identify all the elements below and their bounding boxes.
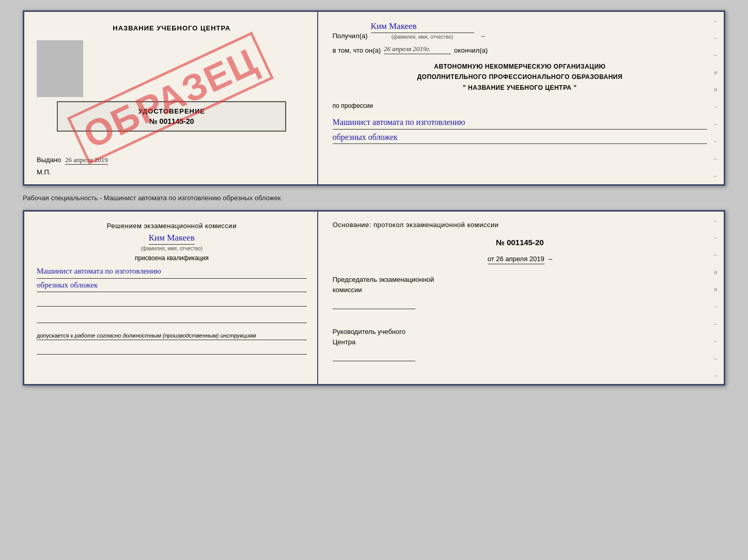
org-line2: ДОПОЛНИТЕЛЬНОГО ПРОФЕССИОНАЛЬНОГО ОБРАЗО…	[333, 72, 707, 82]
poluchil-name: Ким Макеев	[371, 21, 474, 33]
watermark-obrazec: ОБРАЗЕЦ	[67, 31, 274, 165]
top-certificate-spread: НАЗВАНИЕ УЧЕБНОГО ЦЕНТРА УДОСТОВЕРЕНИЕ №…	[23, 10, 725, 186]
org-block: АВТОНОМНУЮ НЕКОММЕРЧЕСКУЮ ОРГАНИЗАЦИЮ ДО…	[333, 61, 707, 93]
dash-separator: –	[481, 32, 485, 40]
komissia-fio-sub: (фамилия, имя, отчество)	[141, 246, 202, 251]
prisvoena-text: присвоена квалификация	[37, 254, 307, 262]
blank-line-3	[37, 345, 307, 355]
cert-school-title: НАЗВАНИЕ УЧЕБНОГО ЦЕНТРА	[113, 24, 230, 32]
protocol-number: № 001145-20	[333, 238, 707, 247]
ot-date-block: от 26 апреля 2019 –	[333, 254, 707, 264]
org-line3: " НАЗВАНИЕ УЧЕБНОГО ЦЕНТРА "	[333, 83, 707, 93]
vydano-date: 26 апреля 2019	[65, 156, 108, 165]
bottom-right-dashes: – – – и а ← – – – –	[714, 212, 720, 384]
predsedatel-block: Председатель экзаменационной комиссии	[333, 275, 707, 309]
dopuskaetsya-prefix: допускается к	[37, 332, 73, 339]
ot-date: от 26 апреля 2019	[488, 255, 544, 264]
bottom-left-panel: Решением экзаменационной комиссии Ким Ма…	[24, 212, 318, 384]
bottom-right-panel: Основание: протокол экзаменационной коми…	[318, 212, 724, 384]
mp-label: М.П.	[37, 168, 51, 176]
vtom-label: в том, что он(а)	[333, 46, 381, 54]
komissia-name-block: Ким Макеев (фамилия, имя, отчество)	[37, 233, 307, 251]
right-dashes: – – – и а ← – – – –	[714, 12, 720, 184]
vtom-date: 26 апреля 2019г.	[384, 45, 451, 54]
cert-left-panel: НАЗВАНИЕ УЧЕБНОГО ЦЕНТРА УДОСТОВЕРЕНИЕ №…	[24, 12, 318, 184]
udostoverenie-box: УДОСТОВЕРЕНИЕ № 001145-20	[57, 101, 286, 132]
blank-line-1	[37, 297, 307, 307]
ot-dash: –	[549, 255, 552, 263]
udostoverenie-title: УДОСТОВЕРЕНИЕ	[68, 107, 275, 115]
cert-right-panel: Получил(а) Ким Макеев (фамилия, имя, отч…	[318, 12, 724, 184]
blank-line-2	[37, 314, 307, 323]
specialty-label: Рабочая специальность - Машинист автомат…	[23, 191, 725, 205]
vtom-row: в том, что он(а) 26 апреля 2019г. окончи…	[333, 45, 707, 54]
udostoverenie-number: № 001145-20	[68, 117, 275, 125]
rukovoditel-sig-line	[333, 351, 415, 361]
osnovaniye-text: Основание: протокол экзаменационной коми…	[333, 221, 707, 229]
bottom-profession-block: Машинист автомата по изготовлению обрезн…	[37, 265, 307, 292]
org-line1: АВТОНОМНУЮ НЕКОММЕРЧЕСКУЮ ОРГАНИЗАЦИЮ	[333, 61, 707, 72]
profession-line1: Машинист автомата по изготовлению	[333, 116, 707, 130]
bottom-certificate-spread: Решением экзаменационной комиссии Ким Ма…	[23, 210, 725, 386]
bottom-profession-line1: Машинист автомата по изготовлению	[37, 265, 307, 279]
po-professii-label: по профессии	[333, 102, 707, 109]
okonchil-label: окончил(а)	[454, 46, 488, 54]
profession-line2: обрезных обложек	[333, 131, 707, 145]
profession-block: Машинист автомата по изготовлению обрезн…	[333, 115, 707, 144]
photo-placeholder	[37, 40, 83, 97]
bottom-profession-line2: обрезных обложек	[37, 279, 307, 293]
fio-subtitle: (фамилия, имя, отчество)	[392, 34, 454, 40]
predsedatel-label: Председатель экзаменационной комиссии	[333, 275, 707, 295]
rukovoditel-label: Руководитель учебного Центра	[333, 327, 707, 347]
resheniyem-text: Решением экзаменационной комиссии	[37, 222, 307, 230]
vydano-line: Выдано 26 апреля 2019	[37, 148, 108, 164]
dopuskaetsya-italic: работе согласно должностным (производств…	[75, 332, 256, 339]
poluchil-label: Получил(а)	[333, 32, 368, 40]
rukovoditel-block: Руководитель учебного Центра	[333, 319, 707, 361]
poluchil-row: Получил(а) Ким Макеев (фамилия, имя, отч…	[333, 21, 707, 40]
komissia-name: Ким Макеев	[149, 233, 195, 245]
document-container: НАЗВАНИЕ УЧЕБНОГО ЦЕНТРА УДОСТОВЕРЕНИЕ №…	[23, 10, 725, 386]
predsedatel-sig-line	[333, 299, 415, 309]
dopuskaetsya-text: допускается к работе согласно должностны…	[37, 332, 307, 340]
